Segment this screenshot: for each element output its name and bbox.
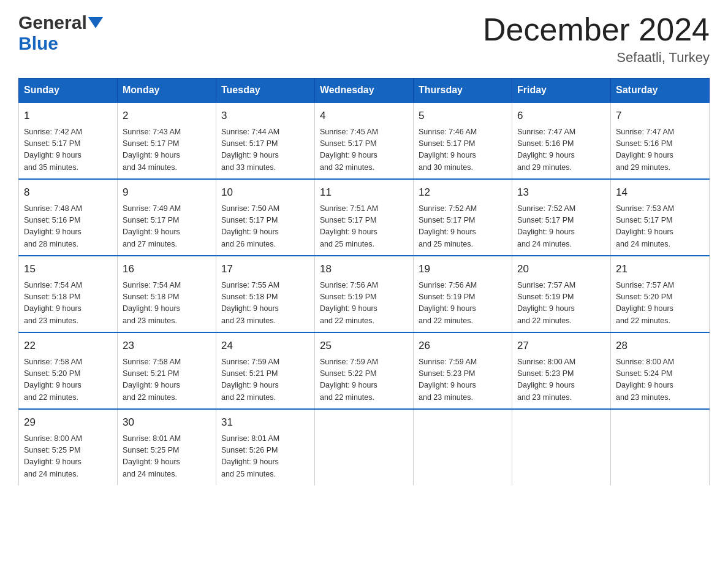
- day-number: 14: [616, 185, 704, 201]
- week-row-4: 22 Sunrise: 7:58 AM Sunset: 5:20 PM Dayl…: [19, 332, 710, 409]
- calendar-cell: 7 Sunrise: 7:47 AM Sunset: 5:16 PM Dayli…: [611, 102, 710, 179]
- day-info: Sunrise: 7:56 AM Sunset: 5:19 PM Dayligh…: [419, 280, 507, 327]
- day-number: 21: [616, 261, 704, 277]
- week-row-3: 15 Sunrise: 7:54 AM Sunset: 5:18 PM Dayl…: [19, 256, 710, 332]
- day-number: 20: [517, 261, 605, 277]
- calendar-cell: 26 Sunrise: 7:59 AM Sunset: 5:23 PM Dayl…: [414, 332, 512, 409]
- day-number: 31: [221, 415, 309, 431]
- day-number: 11: [320, 185, 408, 201]
- day-header-sunday: Sunday: [19, 79, 118, 103]
- day-number: 13: [517, 185, 605, 201]
- day-number: 12: [419, 185, 507, 201]
- day-info: Sunrise: 7:59 AM Sunset: 5:23 PM Dayligh…: [419, 356, 507, 404]
- calendar-cell: 8 Sunrise: 7:48 AM Sunset: 5:16 PM Dayli…: [19, 179, 118, 256]
- day-info: Sunrise: 7:48 AM Sunset: 5:16 PM Dayligh…: [24, 203, 112, 251]
- calendar-cell: 25 Sunrise: 7:59 AM Sunset: 5:22 PM Dayl…: [315, 332, 414, 409]
- calendar-cell: 5 Sunrise: 7:46 AM Sunset: 5:17 PM Dayli…: [414, 102, 512, 179]
- day-info: Sunrise: 8:00 AM Sunset: 5:24 PM Dayligh…: [616, 356, 704, 404]
- day-number: 6: [517, 108, 605, 124]
- day-number: 10: [221, 185, 309, 201]
- day-info: Sunrise: 7:54 AM Sunset: 5:18 PM Dayligh…: [24, 280, 112, 327]
- day-info: Sunrise: 7:50 AM Sunset: 5:17 PM Dayligh…: [221, 203, 309, 251]
- month-title: December 2024: [483, 12, 710, 47]
- calendar-cell: 13 Sunrise: 7:52 AM Sunset: 5:17 PM Dayl…: [512, 179, 611, 256]
- day-number: 29: [24, 415, 112, 431]
- day-number: 17: [221, 261, 309, 277]
- calendar-cell: 15 Sunrise: 7:54 AM Sunset: 5:18 PM Dayl…: [19, 256, 118, 332]
- logo: General Blue: [18, 12, 103, 54]
- day-number: 18: [320, 261, 408, 277]
- logo-arrow-icon: [88, 17, 103, 28]
- day-number: 26: [419, 338, 507, 354]
- calendar-cell: 17 Sunrise: 7:55 AM Sunset: 5:18 PM Dayl…: [216, 256, 315, 332]
- calendar-cell: 16 Sunrise: 7:54 AM Sunset: 5:18 PM Dayl…: [118, 256, 216, 332]
- page-header: General Blue December 2024 Sefaatli, Tur…: [18, 12, 710, 66]
- calendar-cell: 27 Sunrise: 8:00 AM Sunset: 5:23 PM Dayl…: [512, 332, 611, 409]
- day-info: Sunrise: 8:01 AM Sunset: 5:26 PM Dayligh…: [221, 433, 309, 481]
- day-header-friday: Friday: [512, 79, 611, 103]
- calendar-cell: 9 Sunrise: 7:49 AM Sunset: 5:17 PM Dayli…: [118, 179, 216, 256]
- day-info: Sunrise: 8:01 AM Sunset: 5:25 PM Dayligh…: [123, 433, 211, 481]
- day-header-monday: Monday: [118, 79, 216, 103]
- day-info: Sunrise: 7:45 AM Sunset: 5:17 PM Dayligh…: [320, 126, 408, 174]
- calendar-cell: 3 Sunrise: 7:44 AM Sunset: 5:17 PM Dayli…: [216, 102, 315, 179]
- day-number: 24: [221, 338, 309, 354]
- day-number: 25: [320, 338, 408, 354]
- week-row-1: 1 Sunrise: 7:42 AM Sunset: 5:17 PM Dayli…: [19, 102, 710, 179]
- day-number: 8: [24, 185, 112, 201]
- day-number: 7: [616, 108, 704, 124]
- calendar-cell: 11 Sunrise: 7:51 AM Sunset: 5:17 PM Dayl…: [315, 179, 414, 256]
- day-info: Sunrise: 7:57 AM Sunset: 5:20 PM Dayligh…: [616, 280, 704, 327]
- day-number: 28: [616, 338, 704, 354]
- calendar-cell: 19 Sunrise: 7:56 AM Sunset: 5:19 PM Dayl…: [414, 256, 512, 332]
- week-row-5: 29 Sunrise: 8:00 AM Sunset: 5:25 PM Dayl…: [19, 409, 710, 485]
- logo-general-text: General: [18, 12, 87, 33]
- day-info: Sunrise: 7:59 AM Sunset: 5:22 PM Dayligh…: [320, 356, 408, 404]
- calendar-cell: [315, 409, 414, 485]
- calendar-cell: 24 Sunrise: 7:59 AM Sunset: 5:21 PM Dayl…: [216, 332, 315, 409]
- day-number: 15: [24, 261, 112, 277]
- day-number: 30: [123, 415, 211, 431]
- calendar-cell: 14 Sunrise: 7:53 AM Sunset: 5:17 PM Dayl…: [611, 179, 710, 256]
- day-info: Sunrise: 8:00 AM Sunset: 5:23 PM Dayligh…: [517, 356, 605, 404]
- day-number: 16: [123, 261, 211, 277]
- calendar-body: 1 Sunrise: 7:42 AM Sunset: 5:17 PM Dayli…: [19, 102, 710, 485]
- day-number: 22: [24, 338, 112, 354]
- day-number: 19: [419, 261, 507, 277]
- calendar-table: SundayMondayTuesdayWednesdayThursdayFrid…: [18, 78, 710, 485]
- day-info: Sunrise: 7:53 AM Sunset: 5:17 PM Dayligh…: [616, 203, 704, 251]
- day-number: 4: [320, 108, 408, 124]
- calendar-cell: 21 Sunrise: 7:57 AM Sunset: 5:20 PM Dayl…: [611, 256, 710, 332]
- day-header-saturday: Saturday: [611, 79, 710, 103]
- day-header-wednesday: Wednesday: [315, 79, 414, 103]
- day-info: Sunrise: 7:44 AM Sunset: 5:17 PM Dayligh…: [221, 126, 309, 174]
- calendar-cell: [512, 409, 611, 485]
- day-info: Sunrise: 7:43 AM Sunset: 5:17 PM Dayligh…: [123, 126, 211, 174]
- day-header-thursday: Thursday: [414, 79, 512, 103]
- title-area: December 2024 Sefaatli, Turkey: [483, 12, 710, 66]
- calendar-cell: [611, 409, 710, 485]
- calendar-cell: 29 Sunrise: 8:00 AM Sunset: 5:25 PM Dayl…: [19, 409, 118, 485]
- day-info: Sunrise: 7:56 AM Sunset: 5:19 PM Dayligh…: [320, 280, 408, 327]
- day-number: 23: [123, 338, 211, 354]
- day-info: Sunrise: 7:57 AM Sunset: 5:19 PM Dayligh…: [517, 280, 605, 327]
- calendar-cell: 30 Sunrise: 8:01 AM Sunset: 5:25 PM Dayl…: [118, 409, 216, 485]
- day-info: Sunrise: 7:54 AM Sunset: 5:18 PM Dayligh…: [123, 280, 211, 327]
- calendar-cell: 4 Sunrise: 7:45 AM Sunset: 5:17 PM Dayli…: [315, 102, 414, 179]
- calendar-cell: 23 Sunrise: 7:58 AM Sunset: 5:21 PM Dayl…: [118, 332, 216, 409]
- day-number: 3: [221, 108, 309, 124]
- day-info: Sunrise: 7:58 AM Sunset: 5:20 PM Dayligh…: [24, 356, 112, 404]
- day-info: Sunrise: 7:46 AM Sunset: 5:17 PM Dayligh…: [419, 126, 507, 174]
- calendar-cell: 18 Sunrise: 7:56 AM Sunset: 5:19 PM Dayl…: [315, 256, 414, 332]
- day-number: 9: [123, 185, 211, 201]
- calendar-cell: 22 Sunrise: 7:58 AM Sunset: 5:20 PM Dayl…: [19, 332, 118, 409]
- day-info: Sunrise: 7:51 AM Sunset: 5:17 PM Dayligh…: [320, 203, 408, 251]
- day-info: Sunrise: 7:58 AM Sunset: 5:21 PM Dayligh…: [123, 356, 211, 404]
- calendar-cell: 28 Sunrise: 8:00 AM Sunset: 5:24 PM Dayl…: [611, 332, 710, 409]
- location-subtitle: Sefaatli, Turkey: [483, 50, 710, 66]
- day-info: Sunrise: 8:00 AM Sunset: 5:25 PM Dayligh…: [24, 433, 112, 481]
- calendar-cell: 6 Sunrise: 7:47 AM Sunset: 5:16 PM Dayli…: [512, 102, 611, 179]
- day-info: Sunrise: 7:42 AM Sunset: 5:17 PM Dayligh…: [24, 126, 112, 174]
- calendar-cell: 1 Sunrise: 7:42 AM Sunset: 5:17 PM Dayli…: [19, 102, 118, 179]
- day-number: 1: [24, 108, 112, 124]
